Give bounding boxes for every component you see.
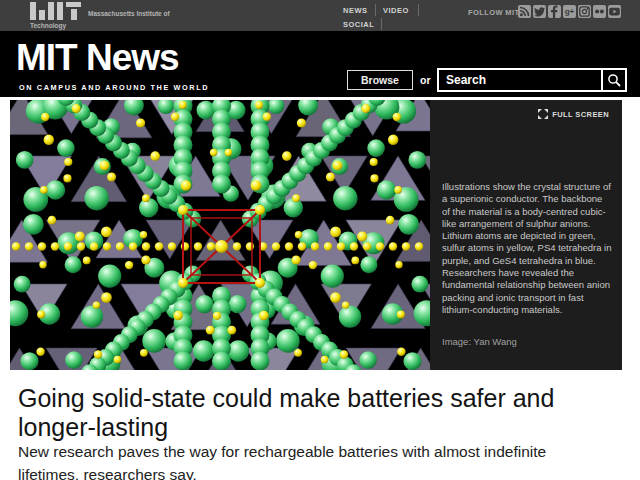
magnifier-icon (607, 73, 622, 88)
fullscreen-label: FULL SCREEN (552, 110, 609, 119)
nav-divider (375, 4, 376, 16)
google-plus-icon[interactable]: g+ (563, 5, 576, 18)
topbar-nav-social[interactable]: SOCIAL (343, 20, 374, 29)
follow-mit-label: FOLLOW MIT (468, 8, 520, 17)
search-input[interactable] (439, 70, 601, 90)
topbar-nav-video[interactable]: VIDEO (383, 6, 409, 15)
mit-institute-logo[interactable] (30, 2, 82, 21)
facebook-icon[interactable] (548, 5, 561, 18)
institution-name-line2: Technology (30, 22, 66, 29)
nav-divider (418, 4, 419, 16)
rss-icon[interactable] (518, 5, 531, 18)
article-dek: New research paves the way for rechargea… (18, 440, 608, 480)
article-headline: Going solid-state could make batteries s… (18, 384, 624, 442)
topbar-nav-news[interactable]: NEWS (343, 6, 368, 15)
crystal-structure-image (10, 100, 430, 370)
image-caption: Illustrations show the crystal structure… (442, 181, 612, 316)
masthead: MIT News ON CAMPUS AND AROUND THE WORLD … (0, 31, 640, 97)
top-utility-bar: Massachusetts Institute of Technology NE… (0, 0, 640, 31)
flickr-icon[interactable] (593, 5, 606, 18)
or-label: or (420, 74, 431, 86)
twitter-icon[interactable] (533, 5, 546, 18)
caption-panel: FULL SCREEN Illustrations show the cryst… (430, 100, 622, 370)
social-icon-row: g+ (518, 5, 621, 18)
search-submit-button[interactable] (601, 70, 625, 90)
fullscreen-expand-icon (538, 109, 548, 119)
institution-name-line1: Massachusetts Institute of (88, 10, 170, 17)
fullscreen-button[interactable]: FULL SCREEN (538, 109, 609, 119)
browse-button[interactable]: Browse (347, 70, 413, 90)
nav-divider (381, 18, 382, 30)
search-box (437, 68, 627, 92)
site-tagline: ON CAMPUS AND AROUND THE WORLD (19, 83, 209, 92)
instagram-icon[interactable] (578, 5, 591, 18)
article-figure: FULL SCREEN Illustrations show the cryst… (10, 100, 622, 370)
youtube-icon[interactable] (608, 5, 621, 18)
mit-news-logo[interactable]: MIT News (16, 37, 179, 79)
image-credit: Image: Yan Wang (442, 336, 517, 347)
